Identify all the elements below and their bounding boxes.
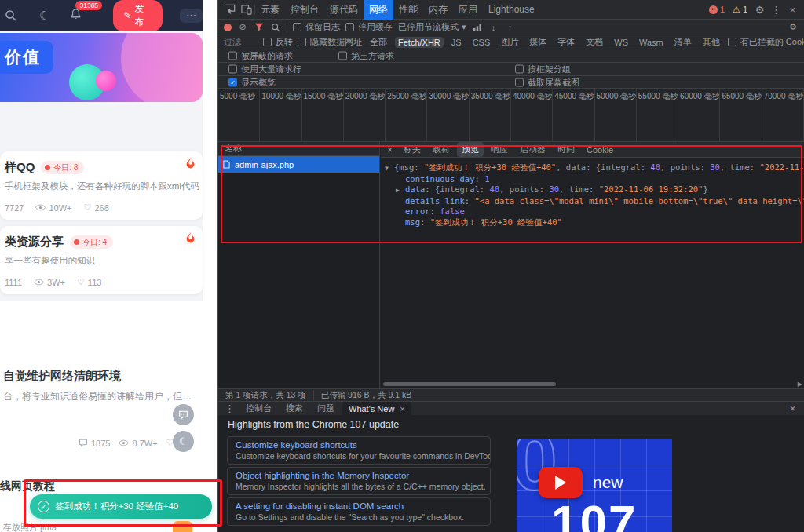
settings-gear-icon[interactable]: ⚙ [751, 2, 768, 17]
json-property-line[interactable]: msg: "签到成功！ 积分+30 经验值+40" [385, 217, 804, 228]
json-property-line[interactable]: ▶data: {integral: 40, points: 30, time: … [385, 184, 804, 196]
filter-type-doc[interactable]: 文档 [583, 35, 606, 49]
large-rows-checkbox[interactable]: 使用大量请求行 [228, 64, 302, 75]
scroll-right-icon[interactable]: ▶ [798, 381, 802, 388]
request-row-selected[interactable]: admin-ajax.php [218, 156, 379, 173]
forum-card[interactable]: 类资源分享 今日: 4 享一些有趣使用的知识 1111 3W+ ♡113 [0, 226, 203, 294]
filter-funnel-icon[interactable] [254, 23, 265, 31]
tab-memory[interactable]: 内存 [423, 0, 453, 20]
filter-type-js[interactable]: JS [448, 37, 465, 48]
capture-screenshots-checkbox[interactable]: 截取屏幕截图 [515, 76, 579, 88]
device-toolbar-icon[interactable] [238, 2, 254, 17]
close-devtools-icon[interactable]: × [784, 2, 801, 17]
hide-data-urls-checkbox[interactable]: 隐藏数据网址 [298, 36, 362, 48]
warning-badge[interactable]: ⚠1 [733, 5, 747, 14]
group-by-frame-checkbox[interactable]: 按框架分组 [515, 64, 571, 75]
nav-more-button[interactable]: ⋯ [180, 9, 203, 23]
tree-expander-icon[interactable]: ▶ [396, 185, 405, 196]
tab-headers[interactable]: 标头 [399, 142, 426, 157]
tab-response[interactable]: 响应 [486, 142, 513, 157]
drawer-menu-icon[interactable]: ⋮ [221, 401, 238, 417]
article-title[interactable]: 自觉维护网络清朗环境 [3, 369, 121, 384]
record-icon[interactable] [224, 24, 232, 31]
preserve-log-checkbox[interactable]: 保留日志 [293, 21, 340, 33]
filter-type-font[interactable]: 字体 [554, 35, 578, 49]
search-icon[interactable] [5, 9, 17, 22]
drawer-tab-issues[interactable]: 问题 [311, 401, 341, 417]
filter-type-all[interactable]: 全部 [367, 35, 390, 49]
tab-timing[interactable]: 时间 [553, 142, 579, 157]
drawer-tab-whats-new[interactable]: What's New× [342, 402, 411, 415]
filter-type-wasm[interactable]: Wasm [636, 37, 667, 48]
drawer-tab-console[interactable]: 控制台 [239, 401, 278, 417]
publish-button[interactable]: ✎发布 [113, 0, 163, 31]
filter-type-ws[interactable]: WS [611, 37, 631, 48]
scrollbar-thumb[interactable] [383, 382, 556, 386]
filter-type-media[interactable]: 媒体 [526, 35, 550, 49]
tab-cookies[interactable]: Cookie [582, 144, 618, 156]
json-root-line[interactable]: ▼{msg: "签到成功！ 积分+30 经验值+40", data: {inte… [385, 162, 804, 174]
item-link[interactable]: Object highlighting in the Memory Inspec… [236, 471, 482, 480]
json-property-line[interactable]: details_link: "<a data-class=\"modal-min… [385, 196, 804, 207]
notifications[interactable]: 31365 [70, 8, 82, 24]
card-likes[interactable]: ♡268 [84, 202, 109, 213]
network-options-row: ✓显示概览 截取屏幕截图 [218, 76, 804, 89]
tree-expander-icon[interactable]: ▼ [385, 163, 394, 174]
json-property-line[interactable]: error: false [385, 206, 804, 217]
hero-banner[interactable]: 价值 [0, 33, 203, 102]
tab-payload[interactable]: 载荷 [428, 142, 455, 157]
disable-cache-checkbox[interactable]: 停用缓存 [345, 21, 393, 33]
devtools-menu-icon[interactable]: ⋮ [768, 2, 784, 17]
invert-checkbox[interactable]: 反转 [263, 36, 293, 48]
close-details-icon[interactable]: × [383, 144, 397, 155]
whats-new-item[interactable]: A setting for disabling instant DOM sear… [227, 497, 491, 526]
whats-new-item[interactable]: Customize keyboard shortcuts Customize k… [227, 436, 491, 465]
close-drawer-icon[interactable]: × [784, 401, 801, 417]
tab-console[interactable]: 控制台 [285, 0, 324, 20]
filter-type-manifest[interactable]: 清单 [671, 35, 695, 49]
network-overview-timeline[interactable]: 5000 毫秒 10000 毫秒 15000 毫秒 20000 毫秒 25000… [218, 89, 804, 142]
tab-preview[interactable]: 预览 [457, 142, 484, 157]
network-search-icon[interactable] [270, 23, 281, 32]
json-property-line[interactable]: continuous_day: 1 [385, 174, 804, 185]
clear-icon[interactable]: ⊘ [237, 22, 248, 32]
third-party-checkbox[interactable]: 第三方请求 [338, 50, 394, 62]
item-link[interactable]: Customize keyboard shortcuts [236, 440, 482, 450]
forum-card[interactable]: 样QQ 今日: 8 手机框架及模块，还有各种好玩的脚本跟xml代码 7727 1… [0, 151, 203, 220]
request-names-column: 名称 admin-ajax.php [218, 142, 380, 388]
filter-type-fetch-xhr[interactable]: Fetch/XHR [395, 37, 444, 48]
tab-performance[interactable]: 性能 [393, 0, 423, 20]
tab-application[interactable]: 应用 [453, 0, 483, 20]
filter-input[interactable]: 过滤 [224, 36, 258, 48]
filter-type-img[interactable]: 图片 [498, 35, 521, 49]
tab-elements[interactable]: 元素 [255, 0, 285, 20]
inspect-element-icon[interactable] [221, 2, 238, 17]
network-settings-icon[interactable]: ⚙ [788, 22, 799, 32]
bottom-article-title[interactable]: 线网页教程 [0, 479, 55, 494]
import-har-icon[interactable]: ↓ [488, 23, 499, 32]
item-link[interactable]: A setting for disabling instant DOM sear… [236, 501, 482, 511]
throttling-select[interactable]: 已停用节流模式▾ [398, 21, 466, 33]
name-column-header[interactable]: 名称 [218, 142, 379, 156]
show-overview-checkbox[interactable]: ✓显示概览 [228, 76, 276, 88]
dark-mode-icon[interactable]: ☾ [39, 9, 49, 23]
theme-fab-button[interactable]: ☾ [173, 431, 194, 452]
close-tab-icon[interactable]: × [400, 404, 404, 414]
tab-network[interactable]: 网络 [364, 0, 393, 20]
card-likes[interactable]: ♡113 [77, 277, 101, 287]
blocked-cookies-checkbox[interactable]: 有已拦截的 Cookie [728, 36, 804, 48]
tab-initiator[interactable]: 启动器 [515, 142, 550, 157]
network-conditions-icon[interactable] [472, 24, 483, 31]
drawer-tab-search[interactable]: 搜索 [280, 401, 309, 417]
filter-type-other[interactable]: 其他 [700, 35, 723, 49]
tab-lighthouse[interactable]: Lighthouse [483, 0, 540, 19]
blocked-requests-checkbox[interactable]: 被屏蔽的请求 [228, 50, 293, 62]
filter-type-css[interactable]: CSS [470, 37, 494, 48]
tab-sources[interactable]: 源代码 [324, 0, 364, 20]
chrome-107-video-thumbnail[interactable]: 0 new 107 [517, 439, 672, 532]
error-badge[interactable]: ×1 [709, 5, 725, 14]
horizontal-scrollbar[interactable] [382, 381, 793, 388]
comment-fab-button[interactable] [173, 404, 194, 425]
export-har-icon[interactable]: ↑ [505, 23, 516, 32]
whats-new-item[interactable]: Object highlighting in the Memory Inspec… [227, 467, 491, 495]
